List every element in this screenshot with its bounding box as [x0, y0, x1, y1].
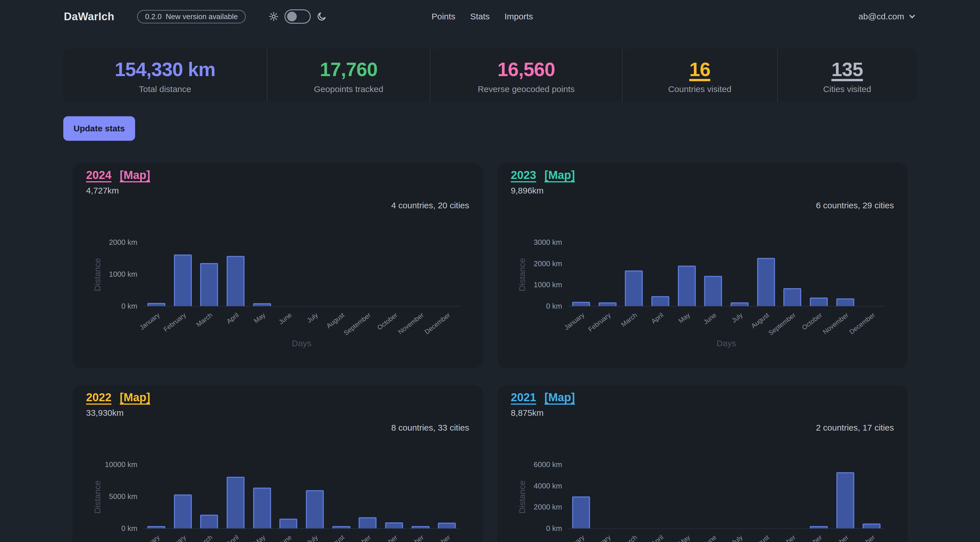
- stat-value: 17,760: [320, 58, 377, 80]
- bar-slot: May: [249, 243, 275, 306]
- bar-slot: April: [647, 465, 674, 528]
- bar-slot: February: [594, 243, 621, 306]
- y-tick-label: 2000 km: [534, 259, 562, 268]
- x-tick-label: May: [677, 311, 692, 325]
- bar-slot: April: [222, 465, 249, 528]
- bar-slot: November: [407, 465, 434, 528]
- bar-august: [757, 258, 775, 306]
- bars-container: JanuaryFebruaryMarchAprilMayJuneJulyAugu…: [568, 465, 885, 528]
- x-tick-label: November: [396, 534, 425, 542]
- year-card-2024: 2024 [Map] 4,727km 4 countries, 20 citie…: [72, 163, 483, 368]
- bar-slot: March: [196, 243, 222, 306]
- bar-october: [385, 522, 403, 528]
- distance-chart-2024: Distance JanuaryFebruaryMarchAprilMayJun…: [72, 163, 483, 368]
- x-tick-label: December: [423, 534, 452, 542]
- x-tick-label: December: [848, 311, 876, 336]
- sun-icon: [269, 11, 279, 22]
- x-axis-title: Days: [568, 339, 885, 348]
- moon-icon: [317, 11, 327, 22]
- bar-slot: July: [302, 243, 328, 306]
- x-tick-label: September: [767, 534, 797, 542]
- stat-value: 154,330 km: [115, 58, 215, 80]
- x-tick-label: March: [619, 534, 638, 542]
- bar-slot: December: [858, 243, 885, 306]
- x-tick-label: June: [277, 534, 293, 542]
- bar-may: [678, 265, 696, 306]
- bars-container: JanuaryFebruaryMarchAprilMayJuneJulyAugu…: [568, 243, 885, 306]
- y-tick-label: 2000 km: [534, 503, 562, 512]
- summary-stats: 154,330 km Total distance 17,760 Geopoin…: [63, 49, 917, 102]
- y-axis-title: Distance: [517, 480, 527, 514]
- year-cards-grid: 2024 [Map] 4,727km 4 countries, 20 citie…: [63, 163, 917, 542]
- bar-slot: December: [858, 465, 885, 528]
- year-card-2023: 2023 [Map] 9,896km 6 countries, 29 citie…: [497, 163, 908, 368]
- x-tick-label: October: [800, 534, 824, 542]
- stat-label: Total distance: [139, 84, 191, 94]
- y-tick-label: 0 km: [546, 302, 562, 311]
- bar-slot: February: [170, 465, 196, 528]
- x-tick-label: April: [225, 534, 240, 542]
- x-tick-label: July: [730, 534, 744, 542]
- bar-slot: May: [674, 465, 700, 528]
- x-tick-label: April: [650, 534, 665, 542]
- stat-label: Cities visited: [823, 84, 871, 94]
- stat-label: Reverse geocoded points: [478, 84, 575, 94]
- plot-area: JanuaryFebruaryMarchAprilMayJuneJulyAugu…: [568, 465, 885, 529]
- bar-october: [810, 526, 828, 528]
- y-tick-label: 0 km: [121, 302, 137, 311]
- x-tick-label: March: [195, 534, 214, 542]
- nav-link-stats[interactable]: Stats: [470, 12, 490, 21]
- bar-slot: October: [381, 243, 407, 306]
- bar-slot: January: [143, 243, 170, 306]
- bar-march: [625, 270, 643, 306]
- update-stats-button[interactable]: Update stats: [63, 116, 135, 141]
- bar-slot: April: [647, 243, 674, 306]
- bar-january: [147, 303, 165, 306]
- bar-slot: July: [726, 465, 753, 528]
- bar-april: [227, 477, 245, 528]
- bar-june: [704, 276, 722, 306]
- plot-area: JanuaryFebruaryMarchAprilMayJuneJulyAugu…: [143, 465, 460, 529]
- x-tick-label: June: [277, 311, 293, 326]
- x-tick-label: January: [563, 534, 586, 542]
- x-tick-label: August: [750, 534, 771, 542]
- plot-area: JanuaryFebruaryMarchAprilMayJuneJulyAugu…: [568, 243, 885, 307]
- bar-january: [572, 302, 590, 306]
- year-card-2021: 2021 [Map] 8,875km 2 countries, 17 citie…: [497, 385, 908, 542]
- bar-slot: January: [568, 465, 594, 528]
- theme-toggle[interactable]: [285, 10, 311, 24]
- cities-visited-link[interactable]: 135: [832, 58, 863, 80]
- theme-switcher: [269, 10, 327, 24]
- x-tick-label: February: [162, 311, 187, 334]
- countries-visited-link[interactable]: 16: [689, 58, 710, 80]
- bar-december: [862, 523, 881, 528]
- user-menu[interactable]: ab@cd.com: [858, 12, 916, 21]
- bar-slot: September: [779, 465, 805, 528]
- version-badge[interactable]: 0.2.0 New version available: [137, 10, 246, 23]
- bar-december: [438, 523, 456, 528]
- bar-slot: July: [726, 243, 753, 306]
- bar-slot: September: [779, 243, 805, 306]
- bar-march: [200, 263, 218, 306]
- x-tick-label: October: [800, 311, 824, 332]
- bar-slot: September: [354, 243, 381, 306]
- stat-total-distance: 154,330 km Total distance: [63, 49, 267, 102]
- x-tick-label: June: [702, 534, 718, 542]
- bar-march: [200, 515, 218, 528]
- y-tick-label: 2000 km: [109, 238, 137, 247]
- bar-january: [572, 496, 590, 528]
- x-axis-title: Days: [143, 339, 460, 348]
- app-logo[interactable]: DaWarIch: [64, 11, 114, 23]
- x-tick-label: November: [821, 534, 850, 542]
- x-tick-label: July: [305, 311, 320, 324]
- nav-link-points[interactable]: Points: [431, 12, 455, 21]
- distance-chart-2022: Distance JanuaryFebruaryMarchAprilMayJun…: [72, 385, 483, 542]
- x-tick-label: January: [563, 311, 586, 332]
- nav-link-imports[interactable]: Imports: [504, 12, 533, 21]
- distance-chart-2023: Distance JanuaryFebruaryMarchAprilMayJun…: [497, 163, 908, 368]
- y-axis-title: Distance: [93, 480, 102, 514]
- bar-slot: November: [407, 243, 434, 306]
- x-tick-label: October: [376, 311, 399, 332]
- x-tick-label: May: [252, 311, 267, 325]
- x-tick-label: October: [376, 534, 399, 542]
